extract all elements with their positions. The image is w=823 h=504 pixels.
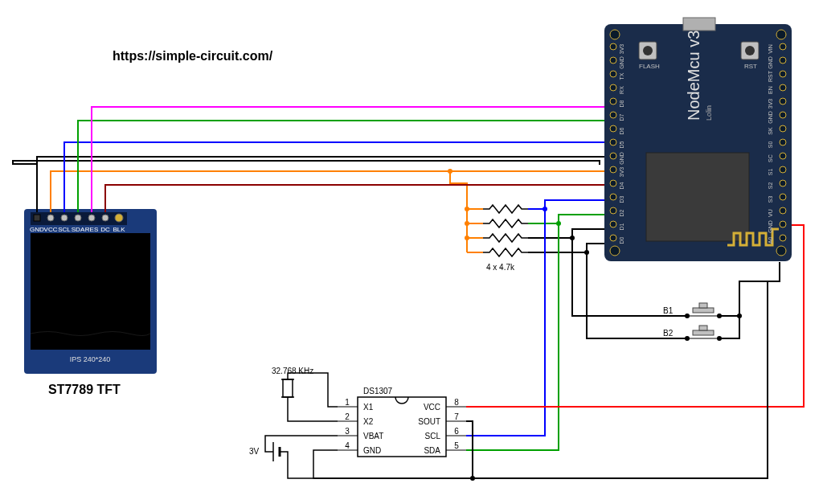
svg-rect-128 [699, 303, 707, 308]
svg-point-70 [780, 139, 786, 145]
svg-point-38 [610, 125, 616, 132]
svg-text:SK: SK [768, 127, 773, 135]
svg-text:GND: GND [30, 226, 44, 233]
svg-text:VCC: VCC [424, 403, 440, 412]
svg-point-141 [737, 313, 742, 318]
svg-point-24 [745, 46, 755, 55]
svg-point-139 [584, 250, 589, 255]
svg-point-52 [610, 221, 616, 227]
svg-point-4 [47, 215, 54, 221]
svg-text:A0: A0 [768, 237, 773, 244]
svg-point-136 [556, 221, 561, 226]
svg-text:D2: D2 [619, 209, 624, 216]
svg-text:D6: D6 [619, 127, 624, 134]
svg-point-50 [610, 207, 616, 214]
svg-point-21 [643, 46, 653, 55]
svg-text:SDA: SDA [72, 226, 85, 233]
svg-point-54 [610, 235, 616, 241]
svg-point-56 [780, 43, 786, 50]
svg-text:VU: VU [768, 209, 773, 217]
svg-point-6 [75, 215, 81, 221]
svg-point-121 [465, 221, 469, 226]
svg-rect-115 [283, 379, 293, 397]
svg-text:SCL: SCL [425, 432, 441, 440]
tft-title: ST7789 TFT [48, 383, 121, 396]
svg-text:RX: RX [619, 86, 624, 94]
tft-res-label: IPS 240*240 [70, 355, 111, 363]
source-url: https://simple-circuit.com/ [113, 49, 273, 63]
svg-text:S0: S0 [768, 141, 773, 149]
svg-rect-127 [693, 308, 714, 313]
svg-rect-1 [31, 233, 150, 350]
svg-point-72 [780, 153, 786, 159]
svg-point-68 [780, 125, 786, 132]
svg-point-60 [780, 71, 786, 77]
svg-text:SC: SC [768, 154, 773, 162]
svg-text:3V3: 3V3 [619, 44, 624, 55]
svg-text:TX: TX [619, 72, 624, 80]
ds1307-label: DS1307 [363, 387, 393, 395]
svg-text:FLASH: FLASH [639, 63, 660, 70]
nodemcu-board: FLASH RST NodeMcu v3 Lolin 3V3GNDTXRXD8D… [604, 18, 792, 261]
svg-text:D5: D5 [619, 141, 624, 148]
svg-point-138 [570, 236, 575, 240]
svg-text:RES: RES [85, 226, 98, 233]
svg-point-30 [610, 71, 616, 77]
svg-text:1: 1 [345, 398, 350, 407]
svg-text:RST: RST [768, 70, 773, 82]
svg-point-32 [610, 84, 616, 91]
svg-text:2: 2 [345, 412, 350, 421]
svg-point-7 [88, 215, 95, 221]
svg-point-62 [780, 84, 786, 91]
svg-text:5: 5 [454, 441, 459, 450]
svg-text:GND: GND [363, 446, 381, 455]
svg-point-48 [610, 194, 616, 200]
svg-text:SOUT: SOUT [418, 417, 440, 426]
svg-point-64 [780, 98, 786, 104]
svg-text:B1: B1 [663, 306, 674, 315]
battery-label: 3V [249, 447, 260, 456]
svg-point-58 [780, 57, 786, 64]
svg-point-78 [780, 194, 786, 200]
svg-text:GND: GND [768, 220, 773, 233]
svg-text:8: 8 [454, 398, 459, 407]
svg-point-86 [610, 30, 620, 39]
svg-point-80 [780, 207, 786, 214]
svg-text:3: 3 [345, 427, 350, 436]
svg-text:VCC: VCC [44, 226, 58, 233]
svg-point-122 [465, 236, 469, 240]
svg-text:RST: RST [744, 63, 757, 70]
svg-point-5 [61, 215, 68, 221]
svg-text:6: 6 [454, 427, 459, 436]
svg-text:GND: GND [768, 56, 773, 69]
svg-text:SDA: SDA [424, 446, 440, 455]
svg-text:3V3: 3V3 [768, 99, 773, 109]
svg-text:X2: X2 [363, 417, 374, 426]
nodemcu-title: NodeMcu v3 [685, 31, 702, 121]
svg-text:GND: GND [768, 111, 773, 124]
svg-text:D0: D0 [619, 236, 624, 244]
svg-text:D7: D7 [619, 113, 624, 121]
svg-rect-134 [699, 326, 707, 330]
svg-point-9 [115, 214, 123, 222]
svg-point-74 [780, 166, 786, 173]
svg-rect-18 [683, 18, 715, 31]
svg-point-8 [102, 215, 109, 221]
svg-point-34 [610, 98, 616, 104]
svg-text:X1: X1 [363, 403, 374, 412]
svg-point-40 [610, 139, 616, 145]
svg-point-42 [610, 153, 616, 159]
crystal-label: 32.768 KHz [272, 367, 313, 375]
nodemcu-sub: Lolin [705, 105, 713, 121]
svg-point-135 [448, 169, 452, 174]
svg-text:D1: D1 [619, 223, 624, 230]
ds1307-chip: DS1307 1X1 2X2 3VBAT 4GND 8VCC 7SOUT 6SC… [338, 387, 466, 457]
resistor-bank: 4 x 4.7k [483, 205, 528, 272]
svg-point-137 [543, 207, 547, 211]
svg-point-76 [780, 180, 786, 186]
svg-text:D4: D4 [619, 182, 624, 189]
svg-point-87 [776, 30, 786, 39]
resistor-label: 4 x 4.7k [486, 263, 515, 272]
svg-point-46 [610, 180, 616, 186]
svg-text:VIN: VIN [768, 44, 773, 54]
